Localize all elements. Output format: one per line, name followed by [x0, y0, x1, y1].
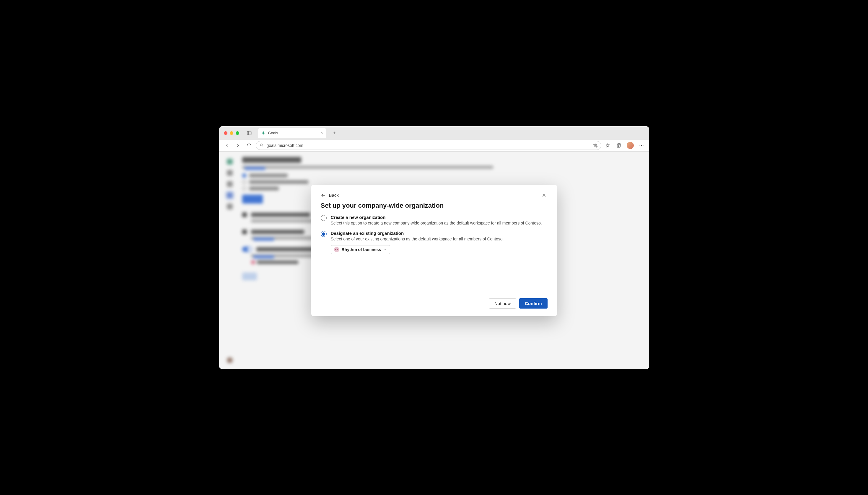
option-label: Designate an existing organization — [331, 231, 547, 236]
close-icon — [541, 193, 547, 198]
profile-avatar[interactable] — [625, 141, 635, 150]
svg-rect-0 — [247, 131, 251, 135]
setup-org-dialog: Back Set up your company-wide organizati… — [311, 185, 557, 316]
browser-tab[interactable]: Goals × — [258, 128, 326, 138]
svg-point-2 — [260, 144, 262, 146]
maximize-window-icon[interactable] — [236, 131, 239, 135]
svg-point-12 — [641, 145, 641, 146]
tab-favicon-icon — [261, 131, 266, 135]
modal-overlay: Back Set up your company-wide organizati… — [219, 152, 649, 369]
tab-title: Goals — [268, 131, 278, 135]
radio-designate-existing[interactable] — [321, 231, 327, 237]
browser-window: Goals × ＋ goals.microsoft.com — [219, 126, 649, 369]
forward-nav-icon[interactable] — [233, 141, 243, 150]
dialog-close-button[interactable] — [540, 192, 547, 199]
sidebar-toggle-icon[interactable] — [245, 130, 253, 136]
url-text: goals.microsoft.com — [267, 143, 303, 148]
not-now-button[interactable]: Not now — [489, 298, 516, 309]
svg-point-13 — [643, 145, 643, 146]
arrow-left-icon — [321, 193, 326, 198]
new-tab-button[interactable]: ＋ — [330, 129, 339, 137]
svg-line-3 — [262, 146, 263, 146]
radio-create-new[interactable] — [321, 215, 327, 221]
refresh-icon[interactable] — [245, 141, 254, 150]
window-controls — [224, 131, 239, 135]
tab-close-icon[interactable]: × — [320, 131, 323, 136]
org-dropdown[interactable]: RB Rhythm of business — [331, 245, 390, 254]
address-bar[interactable]: goals.microsoft.com — [256, 141, 601, 150]
favorites-icon[interactable] — [603, 141, 612, 150]
back-nav-icon[interactable] — [222, 141, 231, 150]
svg-point-11 — [639, 145, 640, 146]
minimize-window-icon[interactable] — [230, 131, 233, 135]
org-name: Rhythm of business — [342, 247, 381, 252]
page-content: Back Set up your company-wide organizati… — [219, 152, 649, 369]
back-label: Back — [329, 193, 339, 198]
add-favorite-icon[interactable] — [593, 143, 597, 148]
browser-toolbar: goals.microsoft.com — [219, 140, 649, 152]
option-label: Create a new organization — [331, 215, 547, 220]
dialog-back-button[interactable]: Back — [321, 193, 339, 198]
close-window-icon[interactable] — [224, 131, 227, 135]
search-icon — [260, 143, 264, 148]
option-description: Select one of your existing organization… — [331, 236, 547, 242]
chevron-down-icon — [383, 247, 387, 252]
more-icon[interactable] — [637, 141, 646, 150]
dialog-title: Set up your company-wide organization — [321, 202, 547, 209]
titlebar: Goals × ＋ — [219, 126, 649, 140]
option-description: Select this option to create a new compa… — [331, 220, 547, 226]
option-create-new[interactable]: Create a new organization Select this op… — [321, 215, 547, 226]
org-avatar-icon: RB — [334, 247, 339, 252]
collections-icon[interactable] — [614, 141, 624, 150]
confirm-button[interactable]: Confirm — [519, 298, 547, 309]
option-designate-existing[interactable]: Designate an existing organization Selec… — [321, 231, 547, 254]
